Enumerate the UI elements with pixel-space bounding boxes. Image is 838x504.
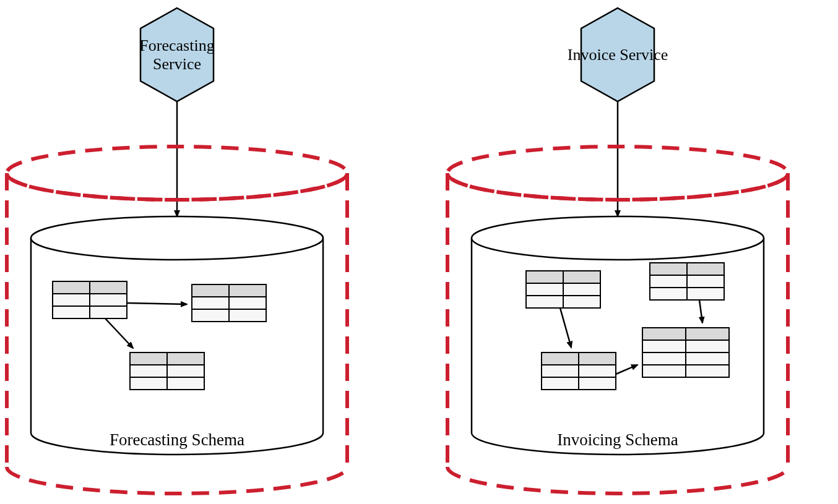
svg-rect-34 xyxy=(687,275,724,288)
table-icon xyxy=(526,271,600,308)
svg-rect-20 xyxy=(130,377,167,390)
svg-rect-28 xyxy=(563,283,600,296)
svg-rect-14 xyxy=(192,309,229,322)
svg-rect-13 xyxy=(229,297,266,309)
svg-rect-32 xyxy=(687,263,724,275)
svg-point-3 xyxy=(31,216,323,260)
svg-rect-50 xyxy=(686,365,729,377)
svg-rect-12 xyxy=(192,297,229,309)
forecasting-schema-label: Forecasting Schema xyxy=(110,430,244,449)
svg-rect-8 xyxy=(53,306,90,318)
svg-rect-17 xyxy=(167,352,204,365)
svg-rect-46 xyxy=(686,340,729,352)
svg-rect-42 xyxy=(579,377,616,390)
table-icon xyxy=(130,352,204,390)
forecasting-inner-cylinder: Forecasting Schema xyxy=(31,216,323,455)
svg-rect-31 xyxy=(650,263,687,275)
svg-rect-10 xyxy=(192,284,229,297)
svg-rect-33 xyxy=(650,275,687,288)
svg-rect-4 xyxy=(53,281,90,294)
svg-rect-27 xyxy=(526,283,563,296)
svg-rect-26 xyxy=(563,271,600,283)
svg-rect-21 xyxy=(167,377,204,390)
invoice-service-hexagon: Invoice Service xyxy=(568,8,668,101)
svg-point-24 xyxy=(472,216,764,260)
svg-rect-37 xyxy=(542,352,579,365)
svg-rect-48 xyxy=(686,352,729,365)
architecture-diagram: Forecasting Service Forecasting Schema xyxy=(0,0,838,504)
table-icon xyxy=(650,263,724,300)
forecasting-service-hexagon: Forecasting Service xyxy=(139,8,214,101)
svg-rect-35 xyxy=(650,288,687,300)
svg-rect-29 xyxy=(526,296,563,308)
svg-rect-9 xyxy=(90,306,127,318)
svg-rect-36 xyxy=(687,288,724,300)
svg-rect-40 xyxy=(579,365,616,377)
forecasting-service-label-line2: Service xyxy=(153,55,201,73)
svg-rect-47 xyxy=(642,352,686,365)
invoice-service-label-line1: Invoice Service xyxy=(568,46,668,64)
svg-rect-7 xyxy=(90,294,127,306)
svg-rect-30 xyxy=(563,296,600,308)
svg-rect-43 xyxy=(642,328,686,340)
table-icon xyxy=(192,284,266,322)
svg-rect-6 xyxy=(53,294,90,306)
table-icon xyxy=(53,281,127,318)
svg-rect-5 xyxy=(90,281,127,294)
svg-rect-44 xyxy=(686,328,729,340)
svg-rect-16 xyxy=(130,352,167,365)
svg-rect-19 xyxy=(167,365,204,377)
invoicing-group: Invoice Service Invoicing Schema xyxy=(447,8,788,493)
svg-rect-41 xyxy=(542,377,579,390)
svg-rect-18 xyxy=(130,365,167,377)
svg-rect-45 xyxy=(642,340,686,352)
forecasting-service-label-line1: Forecasting xyxy=(139,36,214,54)
svg-rect-49 xyxy=(642,365,686,377)
svg-rect-11 xyxy=(229,284,266,297)
svg-rect-15 xyxy=(229,309,266,322)
invoicing-schema-label: Invoicing Schema xyxy=(557,430,678,449)
forecasting-group: Forecasting Service Forecasting Schema xyxy=(7,8,347,493)
svg-rect-39 xyxy=(542,365,579,377)
table-icon xyxy=(542,352,616,390)
svg-rect-25 xyxy=(526,271,563,283)
table-icon xyxy=(642,328,729,377)
svg-rect-38 xyxy=(579,352,616,365)
